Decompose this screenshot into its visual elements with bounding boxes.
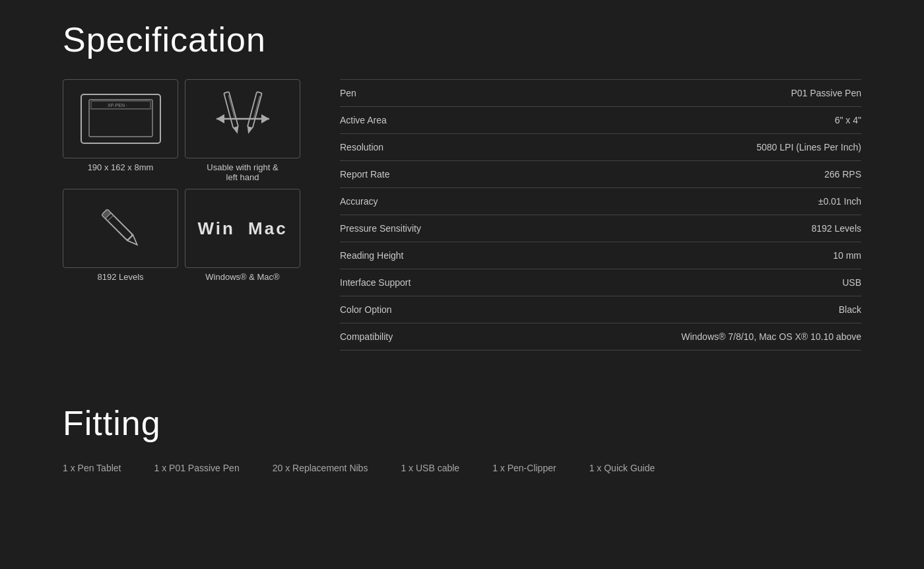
mac-text: Mac bbox=[248, 218, 288, 238]
spec-row-value: USB bbox=[842, 277, 861, 288]
spec-row-value: P01 Passive Pen bbox=[791, 88, 861, 98]
spec-table: PenP01 Passive PenActive Area6" x 4"Reso… bbox=[340, 79, 861, 351]
fitting-item: 1 x Pen Tablet bbox=[63, 463, 121, 473]
pen-card bbox=[63, 189, 178, 268]
win-text: Win bbox=[197, 218, 234, 238]
tablet-card: XP-PEN · bbox=[63, 79, 178, 158]
spec-row-label: Report Rate bbox=[340, 169, 389, 180]
tablet-label: 190 x 162 x 8mm bbox=[88, 162, 154, 172]
pen-svg bbox=[75, 199, 167, 258]
winmac-icon-wrapper: Win Mac Windows® & Mac® bbox=[185, 189, 300, 282]
spec-row-label: Reading Height bbox=[340, 250, 404, 261]
spec-row-value: 10 mm bbox=[833, 250, 861, 261]
svg-marker-6 bbox=[216, 114, 224, 123]
spec-row: Pressure Sensitivity8192 Levels bbox=[340, 215, 861, 242]
svg-rect-0 bbox=[81, 94, 160, 143]
spec-row-label: Compatibility bbox=[340, 331, 393, 342]
hand-svg bbox=[197, 89, 289, 149]
spec-content: XP-PEN · 190 x 162 x 8mm bbox=[63, 79, 861, 351]
svg-rect-8 bbox=[224, 92, 238, 128]
page-container: Specification XP-PEN · bbox=[0, 0, 924, 493]
spec-row: Color OptionBlack bbox=[340, 296, 861, 323]
winmac-card: Win Mac bbox=[185, 189, 300, 268]
spec-row-label: Active Area bbox=[340, 115, 387, 125]
pen-icon-wrapper: 8192 Levels bbox=[63, 189, 178, 282]
fitting-title: Fitting bbox=[63, 403, 861, 443]
winmac-text: Win Mac bbox=[194, 218, 290, 239]
spec-row-value: 6" x 4" bbox=[835, 115, 861, 125]
spec-row-value: Black bbox=[839, 304, 861, 315]
svg-marker-15 bbox=[127, 235, 139, 248]
fitting-item: 1 x P01 Passive Pen bbox=[154, 463, 239, 473]
svg-marker-7 bbox=[261, 114, 269, 123]
winmac-label: Windows® & Mac® bbox=[205, 272, 279, 282]
fitting-item: 20 x Replacement Nibs bbox=[273, 463, 368, 473]
svg-text:XP-PEN ·: XP-PEN · bbox=[108, 103, 127, 108]
specification-section: Specification XP-PEN · bbox=[63, 20, 861, 351]
spec-row-value: ±0.01 Inch bbox=[818, 196, 861, 207]
spec-row: Reading Height10 mm bbox=[340, 242, 861, 269]
spec-row-label: Accuracy bbox=[340, 196, 378, 207]
icons-grid: XP-PEN · 190 x 162 x 8mm bbox=[63, 79, 300, 282]
fitting-item: 1 x Pen-Clipper bbox=[492, 463, 556, 473]
spec-title: Specification bbox=[63, 20, 861, 59]
spec-row-label: Resolution bbox=[340, 142, 383, 152]
spec-row: Accuracy±0.01 Inch bbox=[340, 188, 861, 215]
hand-label: Usable with right &left hand bbox=[207, 162, 278, 182]
spec-row: Active Area6" x 4" bbox=[340, 107, 861, 134]
spec-row-value: 5080 LPI (Lines Per Inch) bbox=[756, 142, 861, 152]
spec-row-value: Windows® 7/8/10, Mac OS X® 10.10 above bbox=[681, 331, 861, 342]
spec-row: Report Rate266 RPS bbox=[340, 161, 861, 188]
tablet-icon-wrapper: XP-PEN · 190 x 162 x 8mm bbox=[63, 79, 178, 182]
svg-line-17 bbox=[108, 215, 113, 220]
spec-row: Interface SupportUSB bbox=[340, 269, 861, 296]
spec-row-label: Interface Support bbox=[340, 277, 411, 288]
spec-row: Resolution5080 LPI (Lines Per Inch) bbox=[340, 134, 861, 161]
spec-row: PenP01 Passive Pen bbox=[340, 79, 861, 107]
spec-row-label: Pen bbox=[340, 88, 356, 98]
fitting-item: 1 x USB cable bbox=[401, 463, 459, 473]
spec-row-label: Color Option bbox=[340, 304, 392, 315]
fitting-section: Fitting 1 x Pen Tablet1 x P01 Passive Pe… bbox=[63, 403, 861, 473]
hand-icon-wrapper: Usable with right &left hand bbox=[185, 79, 300, 182]
svg-marker-9 bbox=[233, 127, 240, 135]
tablet-svg: XP-PEN · bbox=[75, 89, 167, 149]
spec-row-label: Pressure Sensitivity bbox=[340, 223, 421, 234]
svg-marker-12 bbox=[246, 127, 252, 135]
hand-card bbox=[185, 79, 300, 158]
spec-row-value: 266 RPS bbox=[824, 169, 861, 180]
spec-row: CompatibilityWindows® 7/8/10, Mac OS X® … bbox=[340, 323, 861, 351]
pen-level-label: 8192 Levels bbox=[97, 272, 143, 282]
fitting-items: 1 x Pen Tablet1 x P01 Passive Pen20 x Re… bbox=[63, 463, 861, 473]
spec-row-value: 8192 Levels bbox=[811, 223, 861, 234]
fitting-item: 1 x Quick Guide bbox=[589, 463, 655, 473]
